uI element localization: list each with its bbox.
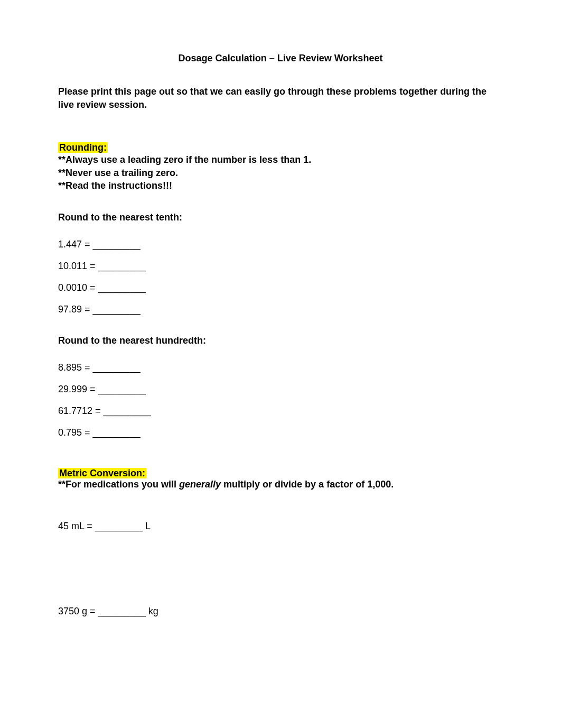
tenth-problem-2: 10.011 = _________	[58, 261, 503, 272]
hundredth-heading: Round to the nearest hundredth:	[58, 335, 503, 346]
rounding-rule-2: **Never use a trailing zero.	[58, 167, 503, 179]
hundredth-problem-1: 8.895 = _________	[58, 362, 503, 373]
tenth-problems: 1.447 = _________ 10.011 = _________ 0.0…	[58, 239, 503, 315]
intro-text: Please print this page out so that we ca…	[58, 85, 503, 112]
hundredth-problem-4: 0.795 = _________	[58, 427, 503, 438]
metric-rule-italic: generally	[179, 479, 221, 490]
conversion-problem-1: 45 mL = _________ L	[58, 521, 503, 532]
rounding-rule-3: **Read the instructions!!!	[58, 179, 503, 192]
hundredth-problem-3: 61.7712 = _________	[58, 406, 503, 417]
rounding-section: Rounding: **Always use a leading zero if…	[58, 142, 503, 438]
rounding-rule-1: **Always use a leading zero if the numbe…	[58, 153, 503, 166]
metric-rule: **For medications you will generally mul…	[58, 479, 503, 490]
tenth-problem-4: 97.89 = _________	[58, 304, 503, 315]
page-title: Dosage Calculation – Live Review Workshe…	[58, 53, 503, 64]
tenth-problem-3: 0.0010 = _________	[58, 282, 503, 293]
hundredth-problems: 8.895 = _________ 29.999 = _________ 61.…	[58, 362, 503, 438]
metric-rule-prefix: **For medications you will	[58, 479, 179, 490]
rounding-heading: Rounding:	[58, 142, 108, 153]
metric-heading: Metric Conversion:	[58, 468, 146, 478]
metric-section: Metric Conversion: **For medications you…	[58, 468, 503, 617]
conversion-problem-2: 3750 g = _________ kg	[58, 606, 503, 617]
worksheet-page: Dosage Calculation – Live Review Workshe…	[0, 0, 561, 659]
metric-rule-suffix: multiply or divide by a factor of 1,000.	[221, 479, 394, 490]
tenth-problem-1: 1.447 = _________	[58, 239, 503, 250]
hundredth-problem-2: 29.999 = _________	[58, 384, 503, 395]
tenth-heading: Round to the nearest tenth:	[58, 212, 503, 223]
